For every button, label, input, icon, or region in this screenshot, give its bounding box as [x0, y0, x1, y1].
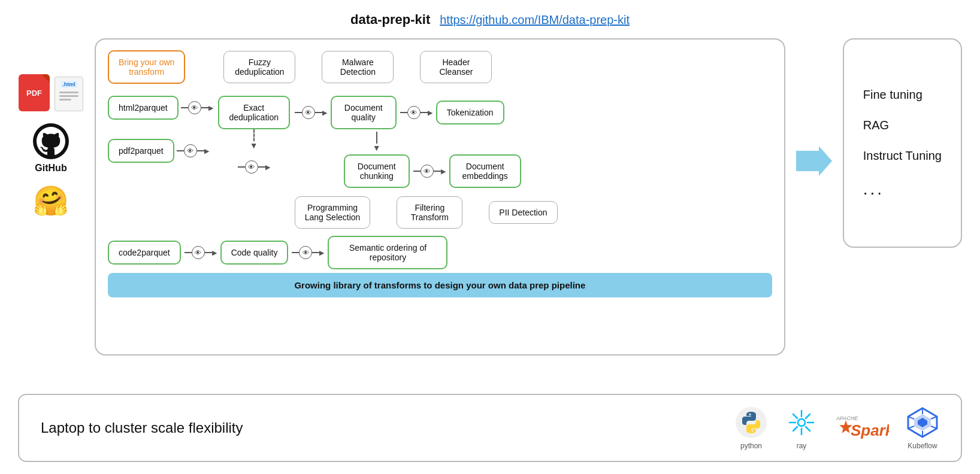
- conn6: 👁 ▶: [413, 165, 446, 178]
- semantic-ordering-box: Semantic ordering of repository: [328, 236, 447, 269]
- left-icons: PDF .html GitHub: [18, 38, 84, 218]
- doc-quality-row: 👁 ▶ Document quality 👁 ▶ Tokenization: [295, 96, 504, 129]
- eye-icon-6: 👁: [421, 165, 434, 178]
- bring-your-own-box: Bring your own transform: [108, 50, 185, 84]
- python-logo: python: [734, 406, 768, 450]
- svg-line-11: [793, 427, 797, 431]
- bottom-section: Laptop to cluster scale flexibility pyth…: [18, 394, 962, 462]
- file-icons: PDF .html: [19, 74, 83, 111]
- eye-icon-2: 👁: [184, 144, 197, 157]
- svg-point-2: [736, 407, 767, 438]
- output-instruct-tuning: Instruct Tuning: [863, 149, 942, 163]
- big-arrow-svg: [796, 146, 832, 176]
- huggingface-icon: 🤗: [33, 184, 69, 218]
- conn8: 👁 ▶: [292, 246, 324, 259]
- bottom-text: Laptop to cluster scale flexibility: [41, 420, 706, 436]
- diagram-box: Bring your own transform Fuzzy deduplica…: [95, 38, 785, 356]
- inputs-column: html2parquet 👁 ▶ pdf2parquet: [108, 93, 213, 163]
- output-rag: RAG: [863, 118, 889, 132]
- vert-solid-1: [376, 132, 377, 144]
- eye-icon-7: 👁: [192, 246, 205, 259]
- github-icon: GitHub: [32, 122, 70, 174]
- prog-lang-box: Programming Lang Selection: [295, 196, 371, 229]
- python-label: python: [740, 442, 762, 450]
- arrow-down-1: ▼: [250, 141, 258, 150]
- conn4: 👁 ▶: [295, 106, 327, 119]
- conn5: 👁 ▶: [400, 106, 432, 119]
- conn7: 👁 ▶: [184, 246, 217, 259]
- svg-text:Spark: Spark: [851, 421, 889, 439]
- page: data-prep-kit https://github.com/IBM/dat…: [0, 0, 980, 474]
- arrow-down-2: ▼: [373, 144, 381, 152]
- eye-icon-8: 👁: [299, 246, 312, 259]
- html-line: [59, 95, 78, 97]
- svg-text:APACHE: APACHE: [836, 415, 858, 421]
- fuzzy-dedup-box: Fuzzy deduplication: [223, 51, 295, 83]
- eye-icon-3: 👁: [245, 160, 258, 174]
- html-label: .html: [61, 81, 77, 88]
- pdf-icon: PDF: [19, 74, 50, 111]
- right-pipeline: 👁 ▶ Document quality 👁 ▶ Tokenization: [295, 93, 558, 229]
- eye-icon-1: 👁: [188, 101, 201, 114]
- code-row: code2parquet 👁 ▶ Code quality 👁 ▶ Semant…: [108, 236, 772, 269]
- ray-svg: [785, 406, 818, 439]
- kubeflow-logo: Kubeflow: [906, 406, 939, 450]
- header-cleanser-box: Header Cleanser: [420, 51, 492, 83]
- html2parquet-box: html2parquet: [108, 96, 179, 120]
- tokenization-box: Tokenization: [436, 101, 504, 124]
- output-box: Fine tuning RAG Instruct Tuning ...: [843, 38, 962, 248]
- pdf2parquet-row: pdf2parquet 👁 ▶: [108, 139, 213, 163]
- svg-marker-1: [796, 146, 832, 176]
- svg-point-3: [798, 419, 805, 426]
- header: data-prep-kit https://github.com/IBM/dat…: [350, 12, 630, 28]
- doc-chunking-box: Document chunking: [344, 154, 410, 188]
- github-link[interactable]: https://github.com/IBM/data-prep-kit: [440, 13, 630, 27]
- vert-section: ▼: [373, 132, 381, 152]
- html-line: [59, 99, 71, 101]
- html-line: [59, 92, 78, 93]
- kubeflow-svg: [906, 406, 939, 439]
- output-fine-tuning: Fine tuning: [863, 88, 922, 102]
- spark-svg: APACHE Spark: [835, 413, 889, 443]
- misc-row: Programming Lang Selection Filtering Tra…: [295, 196, 558, 229]
- kubeflow-label: Kubeflow: [908, 442, 937, 450]
- html-lines: [59, 92, 78, 101]
- pdf2parquet-box: pdf2parquet: [108, 139, 174, 163]
- growing-banner: Growing library of transforms to design …: [108, 273, 772, 297]
- svg-line-8: [793, 414, 797, 418]
- ray-logo: ray: [785, 406, 818, 450]
- top-row: Bring your own transform Fuzzy deduplica…: [108, 50, 772, 84]
- spark-logo: APACHE Spark: [835, 413, 889, 443]
- code-quality-box: Code quality: [220, 241, 289, 265]
- github-svg: [32, 122, 70, 160]
- main-row: PDF .html GitHub: [18, 38, 962, 385]
- code2parquet-box: code2parquet: [108, 241, 181, 265]
- output-more: ...: [863, 180, 884, 199]
- middle-pipeline: html2parquet 👁 ▶ pdf2parquet: [108, 93, 772, 229]
- doc-embeddings-box: Document embeddings: [449, 154, 521, 188]
- github-text: GitHub: [35, 163, 66, 174]
- svg-line-10: [806, 414, 810, 418]
- html-icon: .html: [55, 77, 83, 111]
- eye-icon-4: 👁: [302, 106, 315, 119]
- ray-label: ray: [797, 442, 807, 450]
- conn3: 👁 ▶: [238, 160, 270, 174]
- exact-dedup-box: Exact deduplication: [218, 96, 290, 129]
- vert-dash-1: [253, 129, 255, 141]
- dedup-col: Exact deduplication ▼ 👁 ▶: [218, 93, 290, 174]
- pdf-label: PDF: [26, 89, 42, 98]
- doc-quality-box: Document quality: [331, 96, 397, 129]
- pii-detection-box: PII Detection: [489, 201, 557, 224]
- filtering-box: Filtering Transform: [397, 196, 462, 229]
- vert-col: ▼: [373, 132, 381, 152]
- eye-icon-5: 👁: [407, 106, 421, 119]
- malware-detection-box: Malware Detection: [322, 51, 394, 83]
- conn2: 👁 ▶: [177, 144, 209, 157]
- page-title: data-prep-kit: [350, 12, 430, 28]
- svg-line-9: [806, 427, 810, 431]
- html2parquet-row: html2parquet 👁 ▶: [108, 96, 213, 120]
- doc-chunking-row: Document chunking 👁 ▶ Document embedding…: [295, 154, 521, 188]
- big-arrow-container: [796, 38, 832, 176]
- conn1: 👁 ▶: [181, 101, 213, 114]
- tech-logos: python ray: [734, 406, 939, 450]
